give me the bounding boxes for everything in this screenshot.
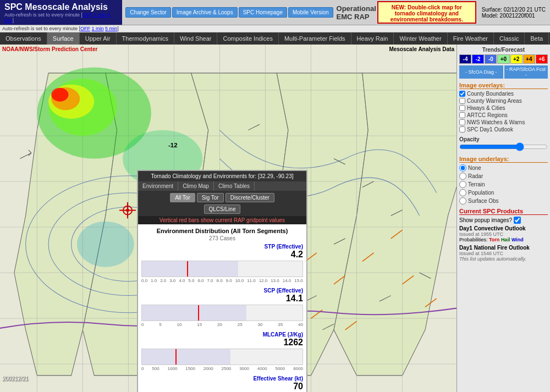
hiways-checkbox[interactable] (459, 105, 465, 111)
tab-upper-air[interactable]: Upper Air (80, 32, 117, 45)
tab-observations[interactable]: Observations (0, 32, 47, 45)
svg-text:-12: -12 (168, 142, 178, 148)
overlay-county-warning: County Warning Areas (459, 98, 548, 104)
header-right: Surface: 02/12/20 21 UTC Model: 20021220… (477, 0, 550, 25)
popup-tab-environment[interactable]: Environment (138, 181, 178, 191)
county-boundaries-label: County Boundaries (467, 91, 514, 97)
tab-fire-weather[interactable]: Fire Weather (448, 32, 494, 45)
popup-tabs: Environment Climo Map Climo Tables (138, 181, 306, 191)
underlays-section: Image underlays: None Radar Terrain Popu… (459, 156, 548, 205)
tab-heavy-rain[interactable]: Heavy Rain (351, 32, 394, 45)
overlay-county-boundaries: County Boundaries (459, 91, 548, 97)
tab-thermodynamics[interactable]: Thermodynamics (117, 32, 174, 45)
day1-fire-product: Day1 National Fire Outlook Issued at 154… (459, 245, 548, 262)
prob-torn: Torn (489, 237, 499, 242)
underlay-terrain-radio[interactable] (459, 181, 466, 188)
popup-note: Vertical red bars show current RAP gridp… (138, 216, 306, 224)
5min-link[interactable]: 5 min (105, 26, 117, 31)
trend-minus2-btn[interactable]: -2 (472, 54, 484, 64)
underlay-surface-obs-radio[interactable] (459, 197, 466, 205)
image-archive-button[interactable]: Image Archive & Loops (172, 7, 238, 18)
refresh-1min-link[interactable]: 1 min (94, 12, 106, 18)
day1-convective-name: Day1 Convective Outlook (459, 225, 548, 231)
map-label-right: Mesoscale Analysis Data (389, 46, 454, 52)
alert-text: NEW: Double-click map for tornado climat… (391, 4, 463, 23)
spc-day1-checkbox[interactable] (459, 126, 465, 132)
trend-plus2-btn[interactable]: +2 (510, 54, 522, 64)
map-area[interactable]: NOAA/NWS/Storm Prediction Center Mesosca… (0, 45, 457, 392)
header-nav: Change Sector Image Archive & Loops SPC … (122, 0, 336, 25)
trend-plus6-btn[interactable]: +6 (536, 54, 548, 64)
tab-classic[interactable]: Classic (494, 32, 525, 45)
model-label: Model: (482, 13, 498, 19)
popup-tab-climo-tables[interactable]: Climo Tables (214, 181, 255, 191)
day1-convective-product: Day1 Convective Outlook Issued at 1955 U… (459, 225, 548, 242)
spc-homepage-button[interactable]: SPC Homepage (239, 7, 287, 18)
overlay-hiways: Hiways & Cities (459, 105, 548, 111)
show-popup-checkbox[interactable] (514, 217, 521, 224)
overlay-nws-watches: NWS Watches & Warns (459, 119, 548, 125)
tab-wind-shear[interactable]: Wind Shear (174, 32, 217, 45)
subtab-all-tor[interactable]: All Tor (170, 193, 195, 202)
operational-label: Operational EMC RAP (337, 4, 376, 21)
refresh-info: Auto-refresh is set to every minute [OFF… (2, 26, 119, 31)
main-content: NOAA/NWS/Storm Prediction Center Mesosca… (0, 45, 550, 392)
opacity-label: Opacity (459, 136, 480, 142)
subtab-qlcs-line[interactable]: QLCS/Line (204, 205, 241, 214)
map-timestamp: 200212/21 (2, 376, 28, 382)
dist-title: Environment Distribution (All Torn Segme… (141, 228, 303, 234)
1min-link[interactable]: 1 min (92, 26, 104, 31)
tab-winter-weather[interactable]: Winter Weather (394, 32, 447, 45)
app-title: SPC Mesoscale Analysis (4, 2, 118, 12)
tab-multi-parameter[interactable]: Multi-Parameter Fields (279, 32, 351, 45)
trend-plus0-btn[interactable]: +0 (497, 54, 509, 64)
popup-subtabs: All Tor Sig Tor Discrete/Cluster (138, 191, 306, 205)
refresh-off-link[interactable]: OFF (82, 12, 92, 18)
trend-minus4-btn[interactable]: -4 (459, 54, 471, 64)
mlcape-scale: 050010001500200025003000400050006000 (141, 366, 303, 371)
opacity-section: Opacity (459, 136, 548, 152)
surface-label: Surface: (482, 7, 502, 13)
spc-day1-label: SPC Day1 Outlook (467, 126, 513, 132)
tab-surface[interactable]: Surface (47, 32, 80, 45)
header-center: Operational EMC RAP (337, 0, 376, 25)
underlay-none-radio[interactable] (459, 164, 466, 172)
mlcape-label: MLCAPE (J/Kg) (263, 332, 303, 338)
svg-point-22 (51, 88, 68, 102)
day1-fire-issued: Issued at 1546 UTC (459, 251, 548, 256)
overlay-spc-day1: SPC Day1 Outlook (459, 126, 548, 132)
off-link[interactable]: OFF (80, 26, 90, 31)
popup-tab-climo-map[interactable]: Climo Map (178, 181, 214, 191)
trend-plus4-btn[interactable]: +4 (523, 54, 535, 64)
underlay-population-radio[interactable] (459, 189, 466, 196)
rap-sfcoa-link[interactable]: - RAP/SfcOA Fcst - (504, 65, 548, 79)
artcc-checkbox[interactable] (459, 112, 465, 118)
underlay-none-label: None (468, 165, 481, 171)
refresh-bar: Auto-refresh is set to every minute [OFF… (0, 25, 550, 32)
underlay-radar-radio[interactable] (459, 173, 466, 180)
opacity-slider[interactable] (459, 142, 548, 151)
hiways-label: Hiways & Cities (467, 105, 505, 111)
county-warning-checkbox[interactable] (459, 98, 465, 104)
mobile-version-button[interactable]: Mobile Version (288, 7, 333, 18)
county-boundaries-checkbox[interactable] (459, 91, 465, 97)
sfcoa-diag-link[interactable]: - SfcOA Diag - (459, 65, 503, 79)
header: SPC Mesoscale Analysis Auto-refresh is s… (0, 0, 550, 25)
mlcape-bar (141, 349, 303, 365)
popup-title: Tornado Climatology and Environments for… (138, 171, 306, 181)
trend-minus0-btn[interactable]: -0 (485, 54, 497, 64)
change-sector-button[interactable]: Change Sector (125, 7, 171, 18)
day1-fire-name: Day1 National Fire Outlook (459, 245, 548, 251)
underlay-population-label: Population (468, 190, 494, 196)
tornado-climatology-popup: Tornado Climatology and Environments for… (137, 170, 307, 392)
tabs-bar: Observations Surface Upper Air Thermodyn… (0, 32, 550, 45)
mlcape-value: 1262 (283, 338, 303, 347)
nws-watches-label: NWS Watches & Warns (467, 119, 525, 125)
subtab-sig-tor[interactable]: Sig Tor (197, 193, 224, 202)
map-label-left: NOAA/NWS/Storm Prediction Center (2, 46, 97, 52)
tab-beta[interactable]: Beta (525, 32, 549, 45)
tab-composite-indices[interactable]: Composite Indices (217, 32, 279, 45)
subtab-discrete-cluster[interactable]: Discrete/Cluster (226, 193, 274, 202)
artcc-label: ARTCC Regions (467, 112, 508, 118)
nws-watches-checkbox[interactable] (459, 119, 465, 125)
